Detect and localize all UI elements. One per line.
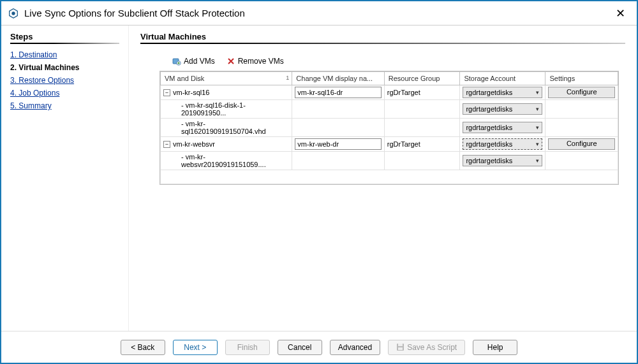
collapse-icon[interactable]: − xyxy=(163,89,170,96)
chevron-down-icon: ▾ xyxy=(536,124,539,131)
remove-vms-button[interactable]: Remove VMs xyxy=(226,57,284,66)
sidebar: Steps 1. Destination 2. Virtual Machines… xyxy=(1,25,129,331)
vm-grid-body: −vm-kr-sql16 rgDrTarget rgdrtargetdisks▾… xyxy=(161,85,618,184)
next-button[interactable]: Next > xyxy=(173,340,218,355)
svg-point-1 xyxy=(11,11,15,15)
resource-group-cell: rgDrTarget xyxy=(384,137,460,152)
storage-account-select[interactable]: rgdrtargetdisks▾ xyxy=(463,138,542,150)
main: Virtual Machines Add VMs Remove VMs xyxy=(129,25,637,331)
table-row[interactable]: - vm-kr-sql16-disk-1-2019091950... rgdrt… xyxy=(161,100,618,119)
disk-name: - vm-kr-sql16-disk-1-2019091950... xyxy=(181,101,289,117)
empty-row xyxy=(161,170,618,184)
help-button[interactable]: Help xyxy=(473,340,517,355)
svg-rect-5 xyxy=(398,344,403,346)
app-icon xyxy=(8,8,19,19)
col-display-name[interactable]: Change VM display na... xyxy=(292,72,384,85)
display-name-input[interactable] xyxy=(295,138,381,150)
add-vms-button[interactable]: Add VMs xyxy=(172,57,215,66)
storage-account-select[interactable]: rgdrtargetdisks▾ xyxy=(463,155,542,166)
step-destination[interactable]: 1. Destination xyxy=(10,50,119,59)
table-row[interactable]: - vm-kr-websvr20190919151059.... rgdrtar… xyxy=(161,152,618,170)
sidebar-underline xyxy=(10,43,119,44)
main-underline xyxy=(140,43,625,44)
resource-group-cell: rgDrTarget xyxy=(384,85,460,100)
storage-account-select[interactable]: rgdrtargetdisks▾ xyxy=(463,122,542,133)
col-vm-and-disk[interactable]: VM and Disk1 xyxy=(161,72,292,85)
close-icon[interactable]: ✕ xyxy=(611,4,630,23)
vm-grid: VM and Disk1 Change VM display na... Res… xyxy=(160,71,619,185)
vm-name: vm-kr-websvr xyxy=(173,140,215,148)
collapse-icon[interactable]: − xyxy=(163,141,170,148)
table-row[interactable]: −vm-kr-sql16 rgDrTarget rgdrtargetdisks▾… xyxy=(161,85,618,100)
window: Live Sync Options for Subclient Off Stac… xyxy=(0,0,638,364)
table-row[interactable]: - vm-kr-sql1620190919150704.vhd rgdrtarg… xyxy=(161,119,618,137)
disk-name: - vm-kr-websvr20190919151059.... xyxy=(181,153,289,168)
step-virtual-machines[interactable]: 2. Virtual Machines xyxy=(10,63,119,72)
disk-name: - vm-kr-sql1620190919150704.vhd xyxy=(181,120,289,135)
window-title: Live Sync Options for Subclient Off Stac… xyxy=(24,8,611,18)
storage-account-select[interactable]: rgdrtargetdisks▾ xyxy=(463,87,542,98)
finish-button: Finish xyxy=(225,340,270,355)
body: Steps 1. Destination 2. Virtual Machines… xyxy=(1,25,637,331)
main-header: Virtual Machines xyxy=(140,32,625,41)
advanced-button[interactable]: Advanced xyxy=(330,340,380,355)
add-icon xyxy=(172,57,181,66)
back-button[interactable]: < Back xyxy=(121,340,165,355)
footer: < Back Next > Finish Cancel Advanced Sav… xyxy=(1,331,637,363)
titlebar: Live Sync Options for Subclient Off Stac… xyxy=(1,1,637,25)
chevron-down-icon: ▾ xyxy=(536,157,539,164)
add-vms-label: Add VMs xyxy=(184,57,215,66)
sidebar-header: Steps xyxy=(10,32,119,41)
col-storage-account[interactable]: Storage Account xyxy=(460,72,545,85)
remove-icon xyxy=(226,57,235,66)
chevron-down-icon: ▾ xyxy=(536,106,539,112)
display-name-input[interactable] xyxy=(295,87,381,98)
storage-account-select[interactable]: rgdrtargetdisks▾ xyxy=(463,103,542,115)
chevron-down-icon: ▾ xyxy=(536,89,539,96)
vm-name: vm-kr-sql16 xyxy=(173,89,209,96)
col-resource-group[interactable]: Resource Group xyxy=(384,72,460,85)
cancel-button[interactable]: Cancel xyxy=(278,340,322,355)
step-job-options[interactable]: 4. Job Options xyxy=(10,89,119,98)
save-icon xyxy=(396,343,404,351)
chevron-down-icon: ▾ xyxy=(536,141,539,147)
sort-indicator: 1 xyxy=(286,75,289,81)
step-restore-options[interactable]: 3. Restore Options xyxy=(10,76,119,85)
configure-button[interactable]: Configure xyxy=(548,138,615,150)
configure-button[interactable]: Configure xyxy=(548,87,615,98)
table-row[interactable]: −vm-kr-websvr rgDrTarget rgdrtargetdisks… xyxy=(161,137,618,152)
col-settings[interactable]: Settings xyxy=(545,72,618,85)
svg-rect-6 xyxy=(398,347,403,350)
remove-vms-label: Remove VMs xyxy=(238,57,284,66)
save-as-script-button: Save As Script xyxy=(388,340,465,355)
step-summary[interactable]: 5. Summary xyxy=(10,101,119,110)
toolbar: Add VMs Remove VMs xyxy=(172,57,625,66)
